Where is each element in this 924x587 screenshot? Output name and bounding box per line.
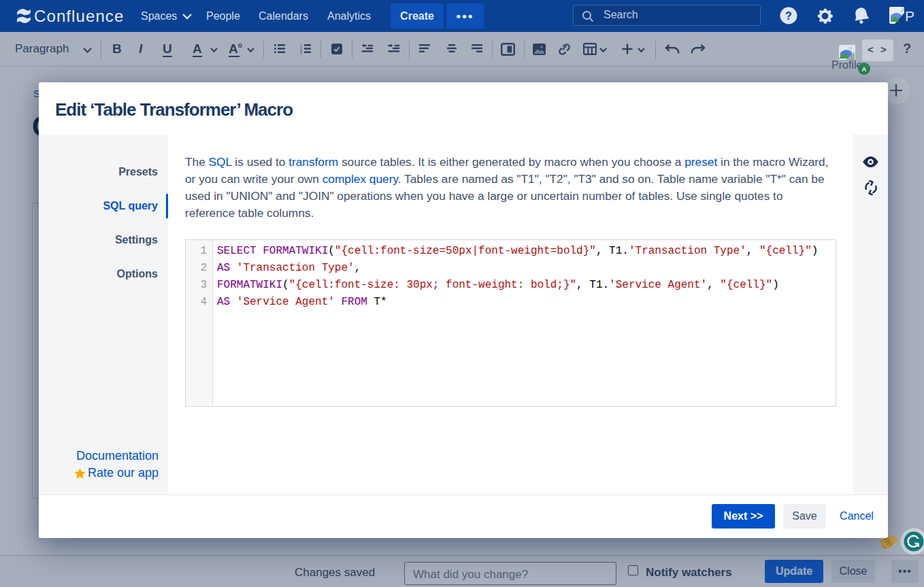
svg-text:?: ? (785, 10, 792, 22)
svg-text:A: A (862, 65, 867, 73)
